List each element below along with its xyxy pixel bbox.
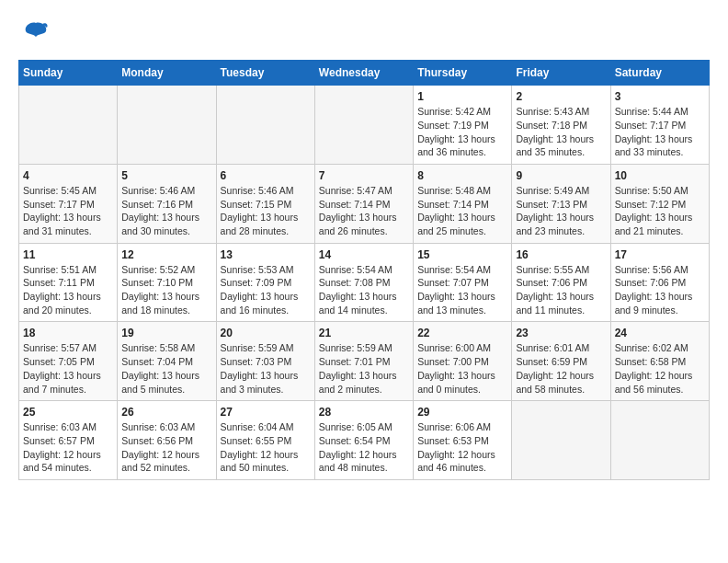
day-number: 5	[121, 169, 211, 182]
day-number: 29	[417, 406, 507, 419]
day-number: 26	[121, 406, 211, 419]
column-header-wednesday: Wednesday	[314, 61, 413, 86]
day-info: Sunrise: 5:42 AM Sunset: 7:19 PM Dayligh…	[417, 105, 507, 159]
column-header-sunday: Sunday	[19, 61, 118, 86]
day-info: Sunrise: 5:53 AM Sunset: 7:09 PM Dayligh…	[221, 263, 311, 317]
calendar-cell: 21Sunrise: 5:59 AM Sunset: 7:01 PM Dayli…	[314, 322, 413, 401]
day-info: Sunrise: 5:46 AM Sunset: 7:15 PM Dayligh…	[221, 184, 311, 238]
day-number: 19	[121, 327, 211, 339]
calendar-cell: 6Sunrise: 5:46 AM Sunset: 7:15 PM Daylig…	[216, 164, 314, 243]
column-header-saturday: Saturday	[610, 61, 709, 86]
calendar-cell: 19Sunrise: 5:58 AM Sunset: 7:04 PM Dayli…	[118, 322, 216, 401]
day-info: Sunrise: 5:45 AM Sunset: 7:17 PM Dayligh…	[23, 184, 113, 238]
calendar-cell: 1Sunrise: 5:42 AM Sunset: 7:19 PM Daylig…	[414, 86, 512, 165]
day-info: Sunrise: 5:59 AM Sunset: 7:03 PM Dayligh…	[221, 341, 311, 396]
calendar-cell: 16Sunrise: 5:55 AM Sunset: 7:06 PM Dayli…	[512, 243, 610, 322]
calendar-cell	[19, 86, 118, 165]
calendar-cell: 4Sunrise: 5:45 AM Sunset: 7:17 PM Daylig…	[19, 164, 118, 243]
day-number: 24	[615, 327, 705, 339]
column-header-monday: Monday	[118, 61, 216, 86]
calendar-table: SundayMondayTuesdayWednesdayThursdayFrid…	[18, 60, 710, 480]
day-info: Sunrise: 5:52 AM Sunset: 7:10 PM Dayligh…	[121, 263, 211, 317]
calendar-cell: 10Sunrise: 5:50 AM Sunset: 7:12 PM Dayli…	[610, 164, 709, 243]
logo	[18, 18, 50, 51]
calendar-cell: 13Sunrise: 5:53 AM Sunset: 7:09 PM Dayli…	[216, 243, 314, 322]
day-number: 28	[319, 406, 409, 419]
day-info: Sunrise: 5:44 AM Sunset: 7:17 PM Dayligh…	[615, 105, 705, 159]
day-info: Sunrise: 6:03 AM Sunset: 6:57 PM Dayligh…	[23, 420, 113, 475]
day-info: Sunrise: 5:59 AM Sunset: 7:01 PM Dayligh…	[319, 341, 409, 396]
header-section	[18, 18, 710, 51]
day-number: 11	[23, 248, 113, 261]
day-number: 27	[221, 406, 311, 419]
day-info: Sunrise: 5:51 AM Sunset: 7:11 PM Dayligh…	[23, 263, 113, 317]
day-number: 4	[23, 169, 113, 182]
day-number: 9	[516, 169, 606, 182]
calendar-cell: 29Sunrise: 6:06 AM Sunset: 6:53 PM Dayli…	[414, 401, 512, 480]
day-info: Sunrise: 5:57 AM Sunset: 7:05 PM Dayligh…	[23, 341, 113, 396]
column-header-friday: Friday	[512, 61, 610, 86]
calendar-cell: 3Sunrise: 5:44 AM Sunset: 7:17 PM Daylig…	[610, 86, 709, 165]
calendar-cell: 28Sunrise: 6:05 AM Sunset: 6:54 PM Dayli…	[314, 401, 413, 480]
day-number: 21	[319, 327, 409, 339]
day-info: Sunrise: 6:04 AM Sunset: 6:55 PM Dayligh…	[221, 420, 311, 475]
calendar-cell: 20Sunrise: 5:59 AM Sunset: 7:03 PM Dayli…	[216, 322, 314, 401]
day-info: Sunrise: 5:48 AM Sunset: 7:14 PM Dayligh…	[417, 184, 507, 238]
calendar-cell	[610, 401, 709, 480]
day-info: Sunrise: 5:56 AM Sunset: 7:06 PM Dayligh…	[615, 263, 705, 317]
calendar-cell: 23Sunrise: 6:01 AM Sunset: 6:59 PM Dayli…	[512, 322, 610, 401]
day-info: Sunrise: 6:03 AM Sunset: 6:56 PM Dayligh…	[121, 420, 211, 475]
logo-bird-icon	[22, 18, 50, 46]
day-number: 2	[516, 90, 606, 103]
calendar-cell: 11Sunrise: 5:51 AM Sunset: 7:11 PM Dayli…	[19, 243, 118, 322]
day-number: 22	[417, 327, 507, 339]
day-number: 7	[319, 169, 409, 182]
column-header-tuesday: Tuesday	[216, 61, 314, 86]
day-info: Sunrise: 5:47 AM Sunset: 7:14 PM Dayligh…	[319, 184, 409, 238]
calendar-cell: 9Sunrise: 5:49 AM Sunset: 7:13 PM Daylig…	[512, 164, 610, 243]
day-info: Sunrise: 5:54 AM Sunset: 7:08 PM Dayligh…	[319, 263, 409, 317]
calendar-cell: 26Sunrise: 6:03 AM Sunset: 6:56 PM Dayli…	[118, 401, 216, 480]
day-number: 23	[516, 327, 606, 339]
calendar-cell: 5Sunrise: 5:46 AM Sunset: 7:16 PM Daylig…	[118, 164, 216, 243]
day-info: Sunrise: 5:49 AM Sunset: 7:13 PM Dayligh…	[516, 184, 606, 238]
day-number: 16	[516, 248, 606, 261]
day-number: 18	[23, 327, 113, 339]
day-info: Sunrise: 6:02 AM Sunset: 6:58 PM Dayligh…	[615, 341, 705, 396]
day-number: 20	[221, 327, 311, 339]
day-number: 1	[417, 90, 507, 103]
day-info: Sunrise: 5:43 AM Sunset: 7:18 PM Dayligh…	[516, 105, 606, 159]
calendar-header-row: SundayMondayTuesdayWednesdayThursdayFrid…	[19, 61, 710, 86]
day-number: 17	[615, 248, 705, 261]
day-info: Sunrise: 6:05 AM Sunset: 6:54 PM Dayligh…	[319, 420, 409, 475]
calendar-cell: 27Sunrise: 6:04 AM Sunset: 6:55 PM Dayli…	[216, 401, 314, 480]
day-info: Sunrise: 5:46 AM Sunset: 7:16 PM Dayligh…	[121, 184, 211, 238]
calendar-week-row: 25Sunrise: 6:03 AM Sunset: 6:57 PM Dayli…	[19, 401, 710, 480]
day-number: 12	[121, 248, 211, 261]
day-info: Sunrise: 6:00 AM Sunset: 7:00 PM Dayligh…	[417, 341, 507, 396]
day-info: Sunrise: 6:06 AM Sunset: 6:53 PM Dayligh…	[417, 420, 507, 475]
calendar-cell	[118, 86, 216, 165]
day-number: 15	[417, 248, 507, 261]
day-number: 6	[221, 169, 311, 182]
day-number: 13	[221, 248, 311, 261]
day-number: 3	[615, 90, 705, 103]
day-info: Sunrise: 6:01 AM Sunset: 6:59 PM Dayligh…	[516, 341, 606, 396]
calendar-cell: 24Sunrise: 6:02 AM Sunset: 6:58 PM Dayli…	[610, 322, 709, 401]
calendar-cell: 7Sunrise: 5:47 AM Sunset: 7:14 PM Daylig…	[314, 164, 413, 243]
day-info: Sunrise: 5:58 AM Sunset: 7:04 PM Dayligh…	[121, 341, 211, 396]
day-info: Sunrise: 5:50 AM Sunset: 7:12 PM Dayligh…	[615, 184, 705, 238]
calendar-cell: 22Sunrise: 6:00 AM Sunset: 7:00 PM Dayli…	[414, 322, 512, 401]
day-info: Sunrise: 5:55 AM Sunset: 7:06 PM Dayligh…	[516, 263, 606, 317]
calendar-cell	[216, 86, 314, 165]
day-number: 14	[319, 248, 409, 261]
calendar-week-row: 18Sunrise: 5:57 AM Sunset: 7:05 PM Dayli…	[19, 322, 710, 401]
calendar-cell: 2Sunrise: 5:43 AM Sunset: 7:18 PM Daylig…	[512, 86, 610, 165]
day-number: 8	[417, 169, 507, 182]
calendar-cell: 12Sunrise: 5:52 AM Sunset: 7:10 PM Dayli…	[118, 243, 216, 322]
calendar-week-row: 4Sunrise: 5:45 AM Sunset: 7:17 PM Daylig…	[19, 164, 710, 243]
day-number: 10	[615, 169, 705, 182]
calendar-cell: 15Sunrise: 5:54 AM Sunset: 7:07 PM Dayli…	[414, 243, 512, 322]
calendar-cell: 17Sunrise: 5:56 AM Sunset: 7:06 PM Dayli…	[610, 243, 709, 322]
calendar-cell: 25Sunrise: 6:03 AM Sunset: 6:57 PM Dayli…	[19, 401, 118, 480]
